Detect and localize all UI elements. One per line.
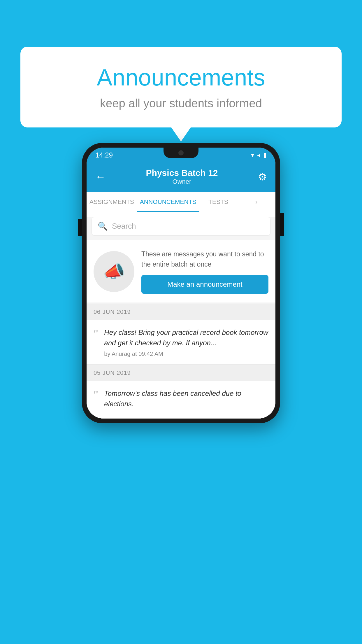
announcement-text-1: Hey class! Bring your practical record b… [104,327,268,348]
app-header: ← Physics Batch 12 Owner ⚙ [87,163,275,192]
camera [178,150,184,155]
phone-notch [164,148,198,158]
promo-description: These are messages you want to send to t… [141,249,268,269]
announcement-content-2: Tomorrow's class has been cancelled due … [104,388,268,412]
phone-inner: 14:29 ▾ ◂ ▮ ← Physics Batch 12 Owner ⚙ A… [87,148,275,419]
announcement-meta-1: by Anurag at 09:42 AM [104,351,268,357]
quote-icon-2: " [94,389,98,401]
announcement-content-1: Hey class! Bring your practical record b… [104,327,268,357]
tab-more[interactable]: › [237,192,275,212]
promo-right: These are messages you want to send to t… [141,249,268,294]
make-announcement-button[interactable]: Make an announcement [141,275,268,294]
announcement-item-2[interactable]: " Tomorrow's class has been cancelled du… [87,381,275,419]
header-center: Physics Batch 12 Owner [146,168,218,186]
status-icons: ▾ ◂ ▮ [251,151,267,159]
back-button[interactable]: ← [95,171,106,183]
phone-outer: 14:29 ▾ ◂ ▮ ← Physics Batch 12 Owner ⚙ A… [82,143,280,423]
promo-icon-circle: 📣 [94,251,134,292]
battery-icon: ▮ [263,151,267,159]
search-bar[interactable]: 🔍 Search [92,217,270,235]
megaphone-icon: 📣 [103,261,125,282]
tabs: ASSIGNMENTS ANNOUNCEMENTS TESTS › [87,192,275,212]
speech-bubble: Announcements keep all your students inf… [20,47,342,127]
bubble-subtitle: keep all your students informed [44,97,318,110]
date-separator-1: 06 JUN 2019 [87,304,275,320]
phone-mockup: 14:29 ▾ ◂ ▮ ← Physics Batch 12 Owner ⚙ A… [82,143,280,423]
search-icon: 🔍 [98,221,108,231]
wifi-icon: ▾ [251,151,254,159]
announcement-promo: 📣 These are messages you want to send to… [87,240,275,302]
bubble-title: Announcements [44,64,318,91]
date-separator-2: 05 JUN 2019 [87,365,275,381]
speech-bubble-container: Announcements keep all your students inf… [20,47,342,127]
status-time: 14:29 [95,151,113,159]
tab-announcements[interactable]: ANNOUNCEMENTS [137,192,199,212]
header-subtitle: Owner [146,178,218,186]
announcement-text-2: Tomorrow's class has been cancelled due … [104,388,268,409]
settings-icon[interactable]: ⚙ [258,171,267,183]
quote-icon-1: " [94,328,98,340]
tab-assignments[interactable]: ASSIGNMENTS [87,192,137,212]
announcement-item-1[interactable]: " Hey class! Bring your practical record… [87,320,275,365]
tab-tests[interactable]: TESTS [199,192,238,212]
content-area: 🔍 Search 📣 These are messages you want t… [87,217,275,419]
search-placeholder: Search [112,222,136,231]
header-title: Physics Batch 12 [146,168,218,178]
signal-icon: ◂ [257,151,260,159]
